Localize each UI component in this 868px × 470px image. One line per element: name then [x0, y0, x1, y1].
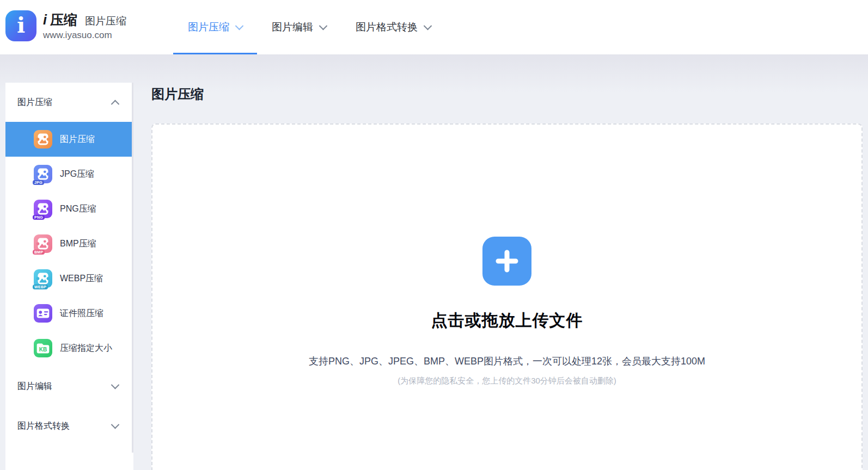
nav-item-label: 图片压缩: [188, 20, 229, 34]
jpg-compress-icon: JPG: [34, 165, 52, 183]
sidebar-item-label: 证件照压缩: [60, 308, 103, 319]
upload-privacy-note: (为保障您的隐私安全，您上传的文件30分钟后会被自动删除): [398, 376, 616, 386]
chevron-down-icon: [319, 21, 328, 30]
kb-size-compress-icon: KB: [34, 339, 52, 357]
add-files-button[interactable]: [482, 237, 531, 286]
webp-compress-icon: WEBP: [34, 269, 52, 288]
format-badge: JPG: [33, 180, 44, 185]
page-title: 图片压缩: [151, 85, 204, 103]
sidebar: 图片压缩 图片压缩 JPG JPG压缩: [5, 83, 133, 470]
brand-text: i压缩 图片压缩 www.iyasuo.com: [43, 11, 126, 41]
sidebar-item-label: 图片压缩: [60, 134, 95, 145]
nav-item-format-convert[interactable]: 图片格式转换: [341, 0, 445, 54]
nav-item-label: 图片编辑: [272, 20, 313, 34]
upload-formats-text: 支持PNG、JPG、JPEG、BMP、WEBP图片格式，一次可以处理12张，会员…: [309, 355, 705, 368]
format-badge: PNG: [33, 215, 45, 220]
sidebar-item-label: WEBP压缩: [60, 273, 103, 285]
main-nav: 图片压缩 图片编辑 图片格式转换: [173, 0, 445, 54]
chevron-down-icon: [235, 21, 244, 30]
kb-text: KB: [34, 339, 52, 357]
section-label: 图片编辑: [17, 381, 52, 392]
nav-item-image-compress[interactable]: 图片压缩: [173, 0, 257, 54]
sidebar-item-jpg-compress[interactable]: JPG JPG压缩: [5, 157, 133, 191]
id-photo-compress-icon: [34, 304, 52, 323]
brand-url: www.iyasuo.com: [43, 30, 126, 41]
brand-name: i压缩: [43, 11, 77, 29]
bmp-compress-icon: BMP: [34, 234, 52, 253]
plus-icon: [494, 249, 519, 274]
sidebar-item-idphoto-compress[interactable]: 证件照压缩: [5, 296, 133, 331]
sidebar-section-image-compress[interactable]: 图片压缩: [5, 83, 133, 122]
brand-subtitle: 图片压缩: [85, 14, 126, 28]
chevron-down-icon: [424, 21, 432, 30]
section-label: 图片格式转换: [17, 420, 70, 432]
top-header: i i压缩 图片压缩 www.iyasuo.com 图片压缩 图片编辑 图片格式…: [0, 0, 868, 54]
nav-item-image-edit[interactable]: 图片编辑: [257, 0, 341, 54]
section-label: 图片压缩: [17, 97, 52, 108]
sidebar-item-compress-to-size[interactable]: KB 压缩指定大小: [5, 331, 133, 366]
nav-item-label: 图片格式转换: [356, 20, 418, 34]
image-compress-icon: [34, 130, 52, 149]
sidebar-item-webp-compress[interactable]: WEBP WEBP压缩: [5, 261, 133, 296]
brand-logo-icon: i: [5, 10, 36, 41]
chevron-down-icon: [111, 420, 120, 429]
format-badge: WEBP: [33, 285, 48, 289]
logo-letter: i: [17, 14, 25, 36]
sidebar-scrollbar[interactable]: [132, 83, 133, 453]
sidebar-item-label: 压缩指定大小: [60, 343, 112, 354]
sidebar-item-image-compress[interactable]: 图片压缩: [5, 122, 133, 157]
sidebar-item-bmp-compress[interactable]: BMP BMP压缩: [5, 226, 133, 261]
sidebar-section-image-edit[interactable]: 图片编辑: [5, 369, 133, 404]
upload-dropzone[interactable]: 点击或拖放上传文件 支持PNG、JPG、JPEG、BMP、WEBP图片格式，一次…: [151, 123, 863, 470]
sidebar-item-label: BMP压缩: [60, 238, 96, 250]
png-compress-icon: PNG: [34, 200, 52, 218]
sidebar-section-format-convert[interactable]: 图片格式转换: [5, 409, 133, 443]
upload-cta-text: 点击或拖放上传文件: [431, 310, 583, 332]
sidebar-item-label: PNG压缩: [60, 203, 96, 215]
format-badge: BMP: [33, 250, 45, 255]
chevron-up-icon: [111, 100, 120, 108]
brand-logo[interactable]: i i压缩 图片压缩 www.iyasuo.com: [5, 10, 126, 41]
sidebar-item-label: JPG压缩: [60, 169, 94, 180]
sidebar-item-png-compress[interactable]: PNG PNG压缩: [5, 191, 133, 226]
chevron-down-icon: [111, 380, 120, 389]
